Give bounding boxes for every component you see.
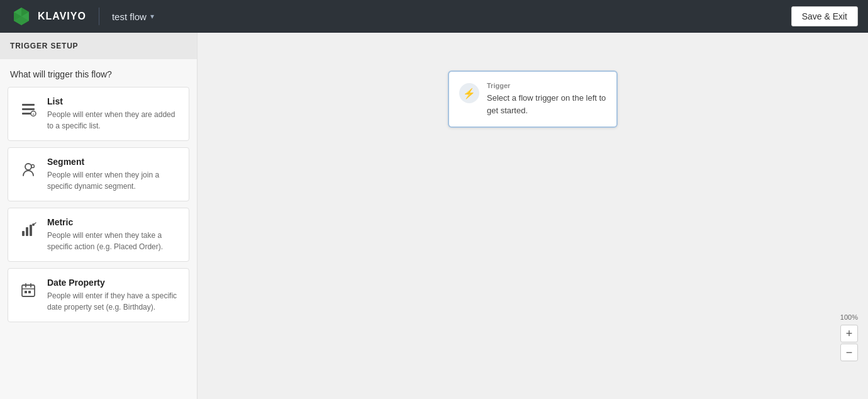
trigger-card-metric[interactable]: Metric People will enter when they take … [8,208,189,262]
svg-point-9 [25,164,31,170]
date-property-trigger-description: People will enter if they have a specifi… [47,290,180,313]
svg-rect-5 [22,108,35,110]
trigger-node-content: Trigger Select a flow trigger on the lef… [487,82,606,116]
metric-trigger-text: Metric People will enter when they take … [47,217,180,252]
zoom-level: 100% [840,313,858,321]
segment-trigger-text: Segment People will enter when they join… [47,157,180,192]
flow-title: test flow [112,11,147,22]
svg-text:+: + [32,112,35,116]
header: KLAVIYO test flow ▾ Save & Exit [0,0,868,33]
logo-text: KLAVIYO [38,11,86,22]
logo-area: KLAVIYO [10,5,86,28]
trigger-card-date-property[interactable]: Date Property People will enter if they … [8,268,189,322]
flow-title-area[interactable]: test flow ▾ [112,11,154,22]
flow-canvas: ⚡ Trigger Select a flow trigger on the l… [198,33,868,399]
zoom-in-button[interactable]: + [840,325,858,342]
svg-rect-15 [22,285,35,296]
metric-trigger-icon [17,218,40,241]
chevron-down-icon: ▾ [150,12,154,21]
svg-rect-6 [22,113,31,115]
svg-rect-12 [26,227,28,236]
trigger-node-description: Select a flow trigger on the left to get… [487,92,606,116]
svg-rect-13 [30,225,32,236]
header-left: KLAVIYO test flow ▾ [10,5,154,28]
save-exit-button[interactable]: Save & Exit [791,6,858,26]
date-property-trigger-title: Date Property [47,278,180,288]
list-trigger-text: List People will enter when they are add… [47,96,180,132]
trigger-card-segment[interactable]: Segment People will enter when they join… [8,147,189,201]
metric-trigger-title: Metric [47,217,180,227]
trigger-node-label: Trigger [487,82,606,89]
date-property-trigger-icon [17,279,40,301]
trigger-node-icon: ⚡ [459,83,479,103]
svg-rect-20 [28,291,31,293]
segment-trigger-icon [17,158,40,181]
segment-trigger-description: People will enter when they join a speci… [47,169,180,192]
header-divider [99,8,99,25]
sidebar-subtitle: What will trigger this flow? [0,59,197,87]
svg-rect-19 [25,291,27,293]
list-trigger-icon: + [17,98,40,120]
trigger-node: ⚡ Trigger Select a flow trigger on the l… [448,70,618,128]
metric-trigger-description: People will enter when they take a speci… [47,230,180,252]
list-trigger-title: List [47,96,180,106]
svg-point-14 [32,223,35,226]
sidebar: TRIGGER SETUP What will trigger this flo… [0,33,198,399]
zoom-controls: 100% + − [840,313,858,361]
segment-trigger-title: Segment [47,157,180,167]
list-trigger-description: People will enter when they are added to… [47,109,180,132]
svg-rect-4 [22,104,35,106]
klaviyo-logo-icon [10,5,33,28]
main-layout: TRIGGER SETUP What will trigger this flo… [0,33,868,399]
trigger-card-list[interactable]: + List People will enter when they are a… [8,87,189,141]
date-property-trigger-text: Date Property People will enter if they … [47,278,180,313]
zoom-out-button[interactable]: − [840,344,858,361]
sidebar-section-title: TRIGGER SETUP [0,33,197,59]
svg-rect-11 [22,231,25,236]
